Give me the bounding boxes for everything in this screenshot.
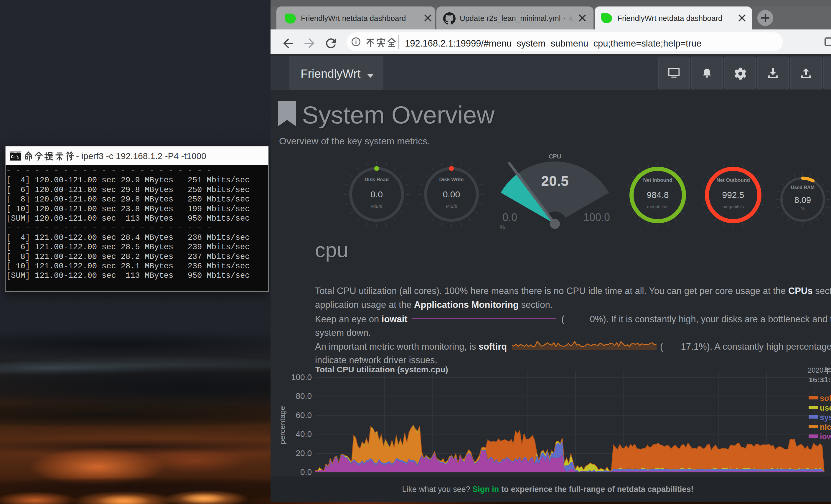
svg-text:20.0: 20.0: [296, 449, 312, 458]
svg-text:60.0: 60.0: [296, 411, 312, 420]
svg-text:40.0: 40.0: [296, 429, 312, 439]
svg-text:C:\: C:\: [11, 155, 19, 160]
svg-text:0.0: 0.0: [300, 468, 312, 477]
svg-text:100.0: 100.0: [291, 373, 312, 382]
svg-text:80.0: 80.0: [296, 391, 312, 401]
